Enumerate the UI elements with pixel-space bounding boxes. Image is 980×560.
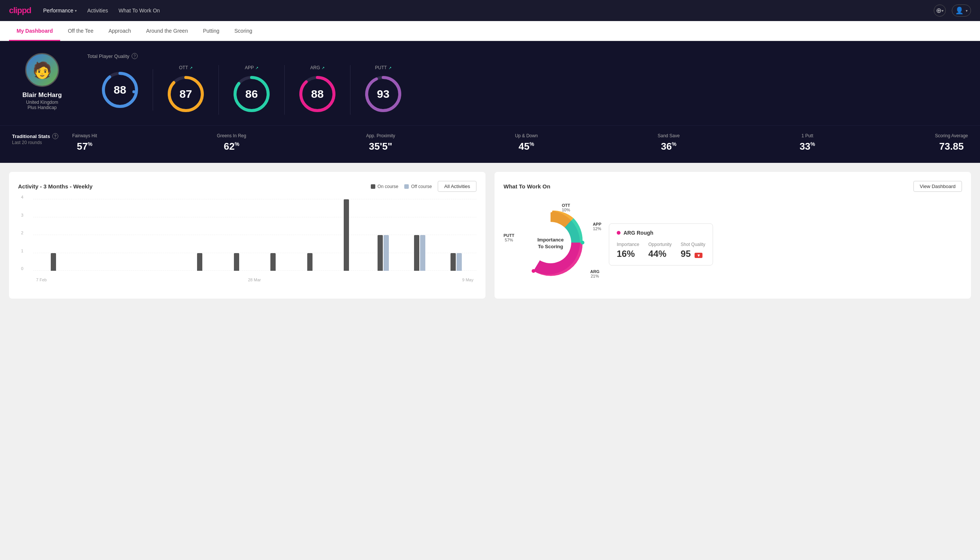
bar-group [293,253,327,271]
stats-help-icon[interactable]: ? [52,133,58,139]
user-dropdown-icon: ▾ [966,8,968,13]
on-course-bar [270,253,276,271]
top-nav: clippd Performance ▾ Activities What To … [0,0,980,21]
arg-ext-label: ARG 21% [591,269,599,278]
tab-approach[interactable]: Approach [101,21,138,41]
on-course-bar [344,199,349,271]
bars-container [33,199,476,271]
nav-what-to-work-on[interactable]: What To Work On [118,8,160,13]
tpq-help-icon[interactable]: ? [131,53,138,59]
stats-label-group: Traditional Stats ? Last 20 rounds [12,133,72,145]
tab-around-the-green[interactable]: Around the Green [138,21,195,41]
app-value: 86 [245,88,258,100]
stat-fairways-hit: Fairways Hit 57% [72,133,97,152]
player-handicap: Plus Handicap [27,105,57,110]
overall-score: 88 [87,69,153,110]
avatar-image: 🧑 [32,61,52,79]
y-label-3: 3 [21,213,23,217]
bar-group [439,253,473,271]
stat-sand-save: Sand Save 36% [658,133,680,152]
app-score: APP ↗ 86 [219,65,285,115]
nav-left: clippd Performance ▾ Activities What To … [9,6,160,15]
y-label-4: 4 [21,195,23,199]
stats-bar: Traditional Stats ? Last 20 rounds Fairw… [0,125,980,163]
hero-section: 🧑 Blair McHarg United Kingdom Plus Handi… [0,41,980,125]
on-course-bar [234,253,239,271]
bar-group [329,199,363,271]
off-course-bar [456,253,462,271]
metric-opportunity: Opportunity 44% [648,242,672,259]
stats-sublabel: Last 20 rounds [12,140,72,145]
on-course-bar [451,253,456,271]
ott-score: OTT ↗ 87 [153,65,219,115]
nav-right: ⊕ ▾ 👤 ▾ [934,5,971,17]
x-label-may: 9 May [462,278,473,282]
on-course-bar [51,253,56,271]
bar-group [183,253,217,271]
nav-links: Performance ▾ Activities What To Work On [43,8,160,13]
stat-up-down: Up & Down 45% [515,133,538,152]
stat-one-putt: 1 Putt 33% [799,133,815,152]
tab-off-the-tee[interactable]: Off the Tee [60,21,101,41]
wtwo-inner: OTT 10% APP 12% ARG 21% PUTT [504,199,962,290]
scores-row: 88 OTT ↗ 87 [87,65,968,115]
overall-circle: 88 [99,69,141,110]
stats-inner: Traditional Stats ? Last 20 rounds Fairw… [12,133,968,152]
donut-outer: OTT 10% APP 12% ARG 21% PUTT [504,199,601,290]
wtwo-card-header: What To Work On View Dashboard [504,181,962,192]
bar-group [36,253,70,271]
bar-group [219,253,253,271]
app-circle: 86 [231,73,272,115]
player-info: 🧑 Blair McHarg United Kingdom Plus Handi… [12,53,72,110]
player-name: Blair McHarg [23,92,62,99]
stat-app-proximity: App. Proximity 35'5" [366,133,395,152]
putt-label: PUTT ↗ [375,65,391,70]
stat-greens-in-reg: Greens In Reg 62% [217,133,246,152]
nav-performance[interactable]: Performance ▾ [43,8,77,13]
add-button[interactable]: ⊕ ▾ [934,5,946,17]
brand-logo: clippd [9,6,31,15]
tab-scoring[interactable]: Scoring [227,21,260,41]
metric-shot-quality: Shot Quality 95 ▼ [681,242,705,259]
legend-off-course: Off course [404,184,432,189]
putt-score: PUTT ↗ 93 [351,65,416,115]
bar-group [403,235,437,271]
app-trend: ↗ [255,66,258,70]
svg-point-14 [532,269,536,273]
chart-legend: On course Off course [371,184,432,189]
legend-on-course: On course [371,184,398,189]
y-label-0: 0 [21,266,23,271]
info-card: ARG Rough Importance 16% Opportunity 44%… [609,223,713,265]
overall-value: 88 [113,83,126,96]
shot-quality-badge: ▼ [695,253,702,258]
on-course-bar [378,235,383,271]
view-dashboard-button[interactable]: View Dashboard [913,181,962,192]
plus-icon: ⊕ [936,7,942,15]
tpq-label: Total Player Quality ? [87,53,968,59]
user-menu-button[interactable]: 👤 ▾ [952,5,971,17]
stats-values: Fairways Hit 57% Greens In Reg 62% App. … [72,133,968,152]
info-card-header: ARG Rough [617,230,705,236]
svg-point-2 [132,90,135,93]
bar-group [366,235,400,271]
nav-activities[interactable]: Activities [87,8,108,13]
on-course-bar [307,253,313,271]
activity-title: Activity - 3 Months - Weekly [18,183,93,190]
off-course-bar [420,235,425,271]
arg-rough-dot [617,231,621,235]
putt-value: 93 [377,88,389,100]
svg-point-12 [549,209,552,212]
arg-trend: ↗ [321,66,324,70]
tabs-bar: My Dashboard Off the Tee Approach Around… [0,21,980,41]
arg-label: ARG ↗ [310,65,324,70]
donut-center-text: Importance To Scoring [537,237,564,250]
ott-value: 87 [180,88,192,100]
bar-group [256,253,290,271]
arg-score: ARG ↗ 88 [285,65,351,115]
donut-svg-wrap: Importance To Scoring [515,207,586,280]
app-label: APP ↗ [245,65,258,70]
all-activities-button[interactable]: All Activities [438,181,476,192]
tab-putting[interactable]: Putting [196,21,227,41]
tab-my-dashboard[interactable]: My Dashboard [9,21,60,41]
putt-ext-label: PUTT 57% [504,233,514,242]
